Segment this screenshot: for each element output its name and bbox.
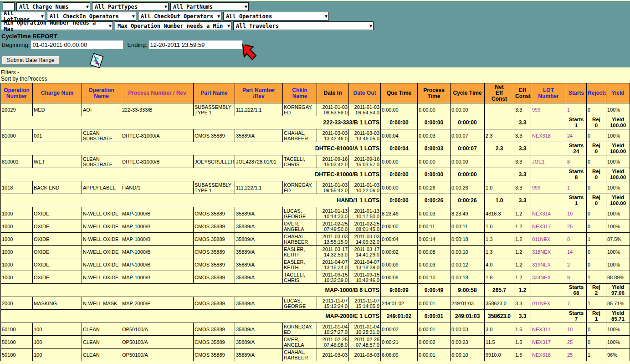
cell-starts[interactable]: 7 [566, 297, 587, 310]
cell-starts[interactable]: 2 [566, 258, 587, 271]
cell-date_in: 2011-02-25 07:46:08.0 [317, 336, 349, 349]
cell-starts[interactable]: 25 [566, 349, 587, 361]
summary-yield: Yield 100.00 [606, 116, 630, 129]
summary-que-time: 0:00:00 [381, 116, 418, 129]
cell-lot[interactable]: NEX314 [531, 323, 566, 336]
cell-chkin: EASLER, KEITH [283, 246, 317, 258]
summary-label: MAP-1000/B 6 LOTS [1, 284, 381, 297]
cell-eff: 1.2 [514, 246, 531, 258]
cell-charge: 100 [33, 323, 82, 336]
summary-net-eff-const [485, 168, 514, 181]
cell-lot[interactable]: 999 [531, 181, 566, 194]
cell-chkin: CHAHAL, HARBEER [283, 129, 317, 142]
summary-eff-const: 3.3 [514, 116, 531, 129]
column-header-14[interactable]: LOT Number [531, 83, 566, 103]
table-row: 50100100CLEANOP50100/ACMOS 3588935889/AC… [1, 349, 630, 361]
cell-process: OP50100/A [121, 336, 194, 349]
cell-lot[interactable]: 011NEX [531, 297, 566, 310]
cell-eff: 3.3 [514, 181, 531, 194]
partnums-select[interactable]: All PartNums ▼ [170, 2, 249, 11]
cell-lot[interactable]: 999 [531, 103, 566, 116]
parttypes-select[interactable]: All PartTypes ▼ [92, 2, 169, 11]
summary-yield: Yield 100.00 [606, 142, 630, 155]
summary-yield: Yield 85.71 [606, 310, 630, 323]
cell-yield: 100% [606, 220, 630, 233]
cell-starts[interactable]: 25 [566, 220, 587, 233]
cell-charge: OXIDE [33, 246, 82, 258]
cell-date_out: 2011-02-25 08:01:45.0 [349, 220, 381, 233]
cell-starts[interactable]: 1 [566, 103, 587, 116]
column-header-6[interactable]: ChkIn Name [283, 83, 317, 103]
cell-process: OP50100/A [121, 349, 194, 361]
cell-charge: BACK END [33, 181, 82, 194]
operations-select[interactable]: All Operations ▼ [223, 12, 329, 21]
table-row: 1018BACK ENDAPPLY LABELHAND/1SUBASSEMBLY… [1, 181, 630, 194]
cell-lot[interactable]: JOE1 [531, 155, 566, 168]
cell-yield: 100% [606, 336, 630, 349]
column-header-4[interactable]: Part Name [194, 83, 235, 103]
cell-lot[interactable]: NEX314 [531, 207, 566, 220]
cell-lot[interactable]: NEX317 [531, 336, 566, 349]
cell-partnum: 111.222/1.1 [235, 103, 283, 116]
cell-rejects: 0 [587, 258, 606, 271]
column-header-8[interactable]: Date Out [349, 83, 381, 103]
column-header-16[interactable]: Rejects [587, 83, 606, 103]
chevron-down-icon: ▼ [217, 14, 220, 19]
checkout-operators-select[interactable]: All CheckOut Operators ▼ [138, 12, 221, 21]
min-operation-number-select[interactable]: Min Operation Number needs a Max ▼ [1, 21, 113, 30]
cell-date_out: 2011-02-25 07:48:57.0 [349, 336, 381, 349]
cell-lot[interactable]: NEX318 [531, 129, 566, 142]
summary-cycle-time: 0:00:07 [451, 142, 485, 155]
column-header-2[interactable]: Operation Name [82, 83, 121, 103]
table-row: 81000001CLEAN SUBSTRATEDHTEC-81000/ACMOS… [1, 129, 630, 142]
travelers-select[interactable]: All Travelers ▼ [233, 21, 374, 30]
filter-row-3: Min Operation Number needs a Max ▼ Max O… [0, 21, 630, 30]
beginning-date-input[interactable] [31, 40, 123, 49]
cell-starts[interactable]: 10 [566, 323, 587, 336]
cell-starts[interactable]: 25 [566, 336, 587, 349]
column-header-15[interactable]: Starts [566, 83, 587, 103]
column-header-1[interactable]: Charge Num [33, 83, 82, 103]
max-operation-number-select[interactable]: Max Operation Number needs a Min ▼ [115, 21, 231, 30]
excel-export-icon[interactable]: X [89, 52, 104, 69]
cell-lot[interactable]: NEX317 [531, 220, 566, 233]
cell-op: 50100 [1, 336, 33, 349]
cell-starts[interactable]: 14 [566, 246, 587, 258]
column-header-5[interactable]: Part Number /Rev [235, 83, 283, 103]
cell-charge: OXIDE [33, 233, 82, 246]
cell-cycle: 0:00:10 [451, 246, 485, 258]
submit-date-range-button[interactable]: Submit Date Range [2, 56, 60, 65]
cell-op: 50100 [1, 323, 33, 336]
cell-chkin: TACELLI, CHRIS [283, 155, 317, 168]
cell-lot[interactable]: NEX318 [531, 349, 566, 361]
cell-ptime: 0:00:03 [418, 207, 451, 220]
summary-label: DHTEC-81000/A 1 LOTS [1, 142, 381, 155]
cell-part: CMOS 35889 [194, 336, 235, 349]
cell-op: 1000 [1, 271, 33, 284]
cell-chkin: KORNEGAY, ED [283, 181, 317, 194]
cell-charge: OXIDE [33, 271, 82, 284]
cell-lot[interactable]: 011NEX [531, 233, 566, 246]
cell-part: SUBASSEMBLY TYPE 1 [194, 181, 235, 194]
cell-starts[interactable]: 8 [566, 155, 587, 168]
cell-starts[interactable]: 8 [566, 233, 587, 246]
summary-cycle-time: 9:00:58 [451, 284, 485, 297]
cell-net: 1.3 [485, 233, 514, 246]
cell-starts[interactable]: 9 [566, 271, 587, 284]
cell-date_in: 2011-09-16 15:03:42.0 [317, 155, 349, 168]
cell-starts[interactable]: 1 [566, 181, 587, 194]
cell-starts[interactable]: 10 [566, 207, 587, 220]
column-header-3[interactable]: Process Number / Rev [121, 83, 194, 103]
cell-part: CMOS 35889 [194, 349, 235, 361]
cell-starts[interactable]: 24 [566, 129, 587, 142]
partnums-select-value: All PartNums [173, 4, 213, 10]
column-header-17[interactable]: Yield [606, 83, 630, 103]
ending-date-input[interactable] [149, 40, 243, 49]
summary-lot-blank [531, 116, 566, 129]
column-header-0[interactable]: Operation Number [1, 83, 33, 103]
summary-process-time: 0:00:01 [418, 310, 451, 323]
cell-lot[interactable]: 334NEX [531, 271, 566, 284]
cell-lot[interactable]: 319NEX [531, 258, 566, 271]
cell-chkin: LUCAS, GEORGE [283, 207, 317, 220]
cell-lot[interactable]: 318NEX [531, 246, 566, 258]
